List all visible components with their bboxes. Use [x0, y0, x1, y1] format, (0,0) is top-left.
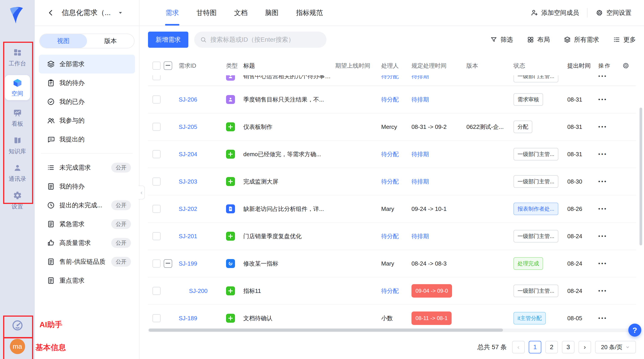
- space-settings-button[interactable]: 空间设置: [596, 8, 632, 17]
- requirement-title[interactable]: 季度销售目标只关注结果，不...: [239, 86, 331, 113]
- row-checkbox[interactable]: [152, 150, 160, 158]
- header-select-all[interactable]: [148, 62, 164, 70]
- schedule-link[interactable]: 待排期: [412, 96, 429, 103]
- tab-gantt[interactable]: 甘特图: [196, 0, 216, 25]
- row-checkbox[interactable]: [152, 177, 160, 186]
- status-badge[interactable]: 分配: [514, 121, 532, 133]
- view-item-presales-supply-quality[interactable]: 售前-供应链品质公开: [39, 252, 135, 271]
- row-more-button[interactable]: •••: [596, 233, 614, 239]
- search-box[interactable]: [194, 31, 326, 48]
- back-button[interactable]: [46, 8, 56, 17]
- next-page-button[interactable]: ›: [578, 341, 591, 354]
- status-badge[interactable]: 需求审核: [514, 93, 543, 106]
- view-item-participated[interactable]: 我参与的: [39, 111, 135, 130]
- view-item-key-requirements[interactable]: 重点需求: [39, 271, 135, 290]
- view-item-unfinished-requirements[interactable]: 未完成需求公开: [39, 158, 135, 177]
- row-more-button[interactable]: •••: [596, 260, 614, 267]
- row-more-button[interactable]: •••: [596, 151, 614, 157]
- view-item-urgent-requirements[interactable]: 紧急需求公开: [39, 215, 135, 234]
- row-more-button[interactable]: •••: [596, 96, 614, 103]
- requirement-title[interactable]: 指标11: [239, 277, 331, 304]
- view-item-my-todo-view[interactable]: 我的待办: [39, 177, 135, 196]
- row-more-button[interactable]: •••: [596, 288, 614, 294]
- handler[interactable]: 待分配: [377, 75, 407, 80]
- seg-views[interactable]: 视图: [40, 34, 87, 48]
- requirement-title[interactable]: 门店销量季度复盘优化: [239, 223, 331, 250]
- rail-item-contacts[interactable]: 通讯录: [9, 163, 26, 183]
- seg-versions[interactable]: 版本: [87, 34, 134, 48]
- requirement-title[interactable]: 完成监测大屏: [239, 168, 331, 195]
- collapse-all-toggle[interactable]: [164, 61, 172, 70]
- row-checkbox[interactable]: [152, 75, 160, 80]
- page-button-2[interactable]: 2: [545, 341, 558, 354]
- table-row-SJ-189[interactable]: SJ-189文档待确认小数08-11 -> 08-1it主管分配08-05•••: [148, 305, 636, 332]
- page-button-3[interactable]: 3: [562, 341, 574, 354]
- row-more-button[interactable]: •••: [596, 75, 614, 79]
- status-badge[interactable]: 报表制作者处...: [514, 203, 558, 215]
- search-input[interactable]: [210, 36, 321, 43]
- gear-table-icon[interactable]: [622, 62, 630, 69]
- filter-button[interactable]: 筛选: [490, 35, 513, 44]
- panel-collapse-handle[interactable]: ‹: [138, 186, 145, 199]
- ai-assistant-button[interactable]: [11, 319, 24, 332]
- tab-requirements[interactable]: 需求: [166, 0, 179, 25]
- status-badge[interactable]: 一级部门主管...: [514, 230, 558, 243]
- row-checkbox[interactable]: [152, 232, 160, 240]
- row-checkbox[interactable]: [152, 260, 160, 268]
- rail-item-boards[interactable]: 看板: [12, 108, 23, 128]
- table-row-SJ-199[interactable]: SJ-199修改某一指标Mary08-24 -> 08-3处理完成08-24••…: [148, 250, 636, 277]
- header-collapse-all[interactable]: [164, 61, 174, 70]
- view-item-proposed-by-me[interactable]: 我提出的: [39, 130, 135, 149]
- requirement-id[interactable]: SJ-189: [174, 315, 222, 322]
- requirement-id[interactable]: SJ-202: [174, 206, 222, 212]
- table-row-SJ-205[interactable]: SJ-205仪表板制作Mercy08-31 -> 09-20622测试-企...…: [148, 113, 636, 141]
- requirement-title[interactable]: 仪表板制作: [239, 113, 331, 140]
- status-badge[interactable]: it主管分配: [514, 312, 546, 325]
- table-row-SJ-201[interactable]: SJ-201门店销量季度复盘优化待分配待排期一级部门主管...08-24•••: [148, 223, 636, 250]
- handler[interactable]: 待分配: [377, 178, 407, 186]
- status-badge[interactable]: 一级部门主管...: [514, 75, 558, 82]
- requirement-title[interactable]: 销售中心运营相关的几个待办事项...: [239, 75, 331, 86]
- rail-item-knowledge-base[interactable]: 知识库: [9, 135, 26, 155]
- all-requirements-scope-button[interactable]: 所有需求: [564, 35, 599, 44]
- view-item-proposed-unfinished[interactable]: 提出的未完成...公开: [39, 196, 135, 215]
- handler[interactable]: 待分配: [377, 150, 407, 158]
- view-item-my-todo[interactable]: 我的待办: [39, 73, 135, 92]
- schedule-link[interactable]: 待排期: [412, 232, 429, 240]
- schedule-link[interactable]: 待排期: [412, 75, 429, 80]
- tab-docs[interactable]: 文档: [234, 0, 248, 25]
- requirement-id[interactable]: SJ-203: [174, 178, 222, 185]
- rail-item-workbench[interactable]: 工作台: [9, 47, 26, 67]
- help-button[interactable]: ?: [628, 324, 641, 337]
- handler[interactable]: 待分配: [377, 96, 407, 103]
- more-button[interactable]: 更多: [613, 35, 636, 44]
- row-more-button[interactable]: •••: [596, 206, 614, 212]
- requirement-title[interactable]: 文档待确认: [239, 305, 331, 332]
- page-button-1[interactable]: 1: [529, 341, 541, 354]
- page-size-select[interactable]: 20 条/页: [595, 341, 636, 354]
- layout-button[interactable]: 布局: [527, 35, 550, 44]
- requirement-title[interactable]: 缺新老访问占比分析组件，详...: [239, 195, 331, 222]
- tab-mindmap[interactable]: 脑图: [265, 0, 278, 25]
- requirement-id[interactable]: SJ-201: [174, 233, 222, 240]
- rail-item-space[interactable]: 空间: [5, 75, 30, 100]
- schedule-link[interactable]: 待排期: [412, 150, 429, 158]
- table-row-SJ-204[interactable]: SJ-204demo已经做完，等需求方确...待分配待排期一级部门主管...08…: [148, 141, 636, 168]
- status-badge[interactable]: 一级部门主管...: [514, 175, 558, 188]
- table-row-clipped[interactable]: 销售中心运营相关的几个待办事项...待分配待排期一级部门主管...•••: [148, 75, 636, 86]
- row-checkbox[interactable]: [152, 205, 160, 213]
- horizontal-scrollbar[interactable]: [148, 329, 635, 332]
- requirement-id[interactable]: SJ-206: [174, 96, 222, 103]
- user-avatar[interactable]: ma: [10, 339, 25, 354]
- requirement-id[interactable]: SJ-204: [174, 151, 222, 158]
- handler[interactable]: 待分配: [377, 232, 407, 240]
- new-requirement-button[interactable]: 新增需求: [148, 31, 188, 48]
- app-logo-icon[interactable]: [8, 5, 27, 24]
- title-caret-down-icon[interactable]: [118, 10, 123, 16]
- row-checkbox[interactable]: [152, 123, 160, 131]
- handler[interactable]: 待分配: [377, 287, 407, 295]
- row-more-button[interactable]: •••: [596, 315, 614, 321]
- row-checkbox[interactable]: [152, 95, 160, 103]
- view-item-my-done[interactable]: 我的已办: [39, 92, 135, 111]
- requirement-title[interactable]: 修改某一指标: [239, 250, 331, 277]
